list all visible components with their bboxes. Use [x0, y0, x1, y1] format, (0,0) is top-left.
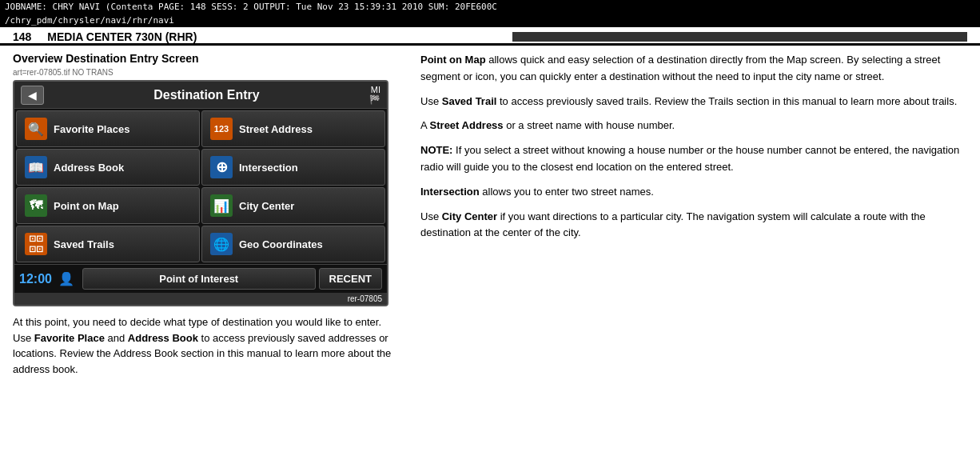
nav-flag: MI🏁	[369, 85, 380, 105]
address-book-term: Address Book	[128, 332, 198, 344]
intersection-icon: ⊕	[210, 156, 233, 178]
favorite-places-button[interactable]: 🔍 Favorite Places	[16, 110, 200, 147]
street-address-icon: 123	[210, 118, 233, 140]
art-ref: art=rer-07805.tif NO TRANS	[13, 68, 404, 77]
note-label: NOTE:	[420, 144, 452, 156]
geo-coordinates-label: Geo Coordinates	[239, 238, 323, 250]
favorite-places-icon: 🔍	[25, 118, 47, 140]
point-on-map-term: Point on Map	[420, 54, 486, 66]
right-para2-rest: to access previously saved trails. Revie…	[496, 95, 957, 107]
nav-screen-title: Destination Entry	[50, 88, 363, 102]
section-bar-decoration	[512, 32, 967, 42]
nav-button-grid: 🔍 Favorite Places 123 Street Address 📖 A…	[14, 109, 387, 264]
right-para5: Intersection allows you to enter two str…	[420, 184, 967, 201]
street-address-label: Street Address	[239, 123, 313, 135]
page-number: 148	[13, 30, 31, 43]
page-header: 148 MEDIA CENTER 730N (RHR)	[0, 27, 980, 46]
favorite-places-label: Favorite Places	[54, 123, 129, 135]
right-para1-rest: allows quick and easy selection of a des…	[420, 54, 940, 82]
city-center-label: City Center	[239, 200, 294, 212]
saved-trails-icon: ⊡⊡⊡⊡	[25, 233, 47, 255]
right-para5-rest: allows you to enter two street names.	[480, 186, 654, 198]
saved-trails-button[interactable]: ⊡⊡⊡⊡ Saved Trails	[16, 226, 200, 262]
nav-back-button[interactable]: ◀	[21, 86, 44, 105]
right-para3: A Street Address or a street name with h…	[420, 118, 967, 134]
header-line1: JOBNAME: CHRY NAVI (Contenta PAGE: 148 S…	[0, 0, 980, 14]
recent-button[interactable]: RECENT	[319, 268, 382, 290]
right-column: Point on Map allows quick and easy selec…	[420, 52, 967, 377]
screen-ref: rer-07805	[14, 293, 387, 305]
poi-button[interactable]: Point of Interest	[82, 268, 316, 290]
geo-coordinates-button[interactable]: 🌐 Geo Coordinates	[201, 226, 385, 262]
point-on-map-button[interactable]: 🗺 Point on Map	[16, 187, 200, 224]
right-para3-prefix: A	[420, 119, 430, 131]
address-book-icon: 📖	[25, 156, 47, 178]
nav-time: 12:00	[19, 272, 52, 286]
address-book-label: Address Book	[54, 162, 124, 174]
point-on-map-icon: 🗺	[25, 194, 47, 217]
favorite-place-term: Favorite Place	[34, 332, 105, 344]
nav-topbar: ◀ Destination Entry MI🏁	[14, 82, 387, 109]
left-column: Overview Destination Entry Screen art=re…	[13, 52, 404, 377]
header-line2: /chry_pdm/chrysler/navi/rhr/navi	[0, 14, 980, 27]
street-address-term: Street Address	[430, 119, 504, 131]
intersection-term: Intersection	[420, 186, 480, 198]
right-para2-prefix: Use	[420, 95, 442, 107]
intersection-label: Intersection	[239, 162, 298, 174]
body-para2: Use Favorite Place and Address Book to a…	[13, 330, 404, 378]
point-on-map-label: Point on Map	[54, 200, 119, 212]
right-para6-prefix: Use	[420, 210, 442, 222]
body-para1: At this point, you need to decide what t…	[13, 314, 404, 330]
body-text-left: At this point, you need to decide what t…	[13, 314, 404, 377]
overview-title: Overview Destination Entry Screen	[13, 52, 404, 65]
nav-screen: ◀ Destination Entry MI🏁 🔍 Favorite Place…	[13, 80, 388, 306]
street-address-button[interactable]: 123 Street Address	[201, 110, 385, 147]
address-book-button[interactable]: 📖 Address Book	[16, 149, 200, 186]
main-layout: Overview Destination Entry Screen art=re…	[0, 46, 980, 383]
geo-coordinates-icon: 🌐	[210, 233, 233, 255]
intersection-button[interactable]: ⊕ Intersection	[201, 149, 385, 186]
city-center-icon: 📊	[210, 194, 233, 217]
right-para4-rest: If you select a street without knowing a…	[420, 144, 959, 173]
right-para4: NOTE: If you select a street without kno…	[420, 142, 967, 176]
right-para2: Use Saved Trail to access previously sav…	[420, 94, 967, 110]
saved-trail-term: Saved Trail	[442, 95, 497, 107]
city-center-term: City Center	[442, 210, 497, 222]
city-center-button[interactable]: 📊 City Center	[201, 187, 385, 224]
right-para6: Use City Center if you want directions t…	[420, 209, 967, 242]
page-section-title: MEDIA CENTER 730N (RHR)	[47, 30, 502, 43]
nav-bottom-bar: 12:00 👤 Point of Interest RECENT	[14, 264, 387, 293]
saved-trails-label: Saved Trails	[54, 238, 114, 250]
right-para3-rest: or a street name with house number.	[504, 119, 675, 131]
right-para1: Point on Map allows quick and easy selec…	[420, 52, 967, 86]
